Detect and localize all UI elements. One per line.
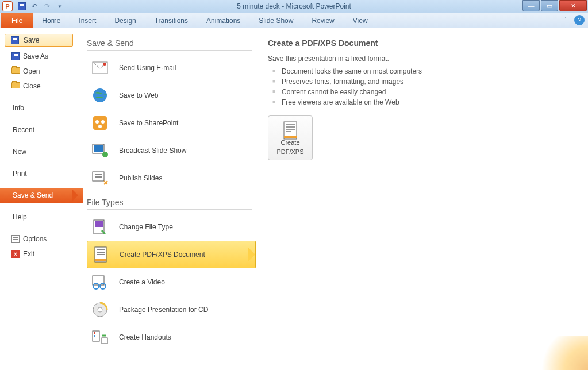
option-change-file-type[interactable]: Change File Type [87, 213, 252, 241]
svg-rect-32 [286, 129, 295, 130]
help-icon[interactable]: ? [574, 15, 585, 25]
tab-insert[interactable]: Insert [70, 13, 105, 28]
option-label: Create a Video [119, 278, 165, 286]
close-button[interactable]: ✕ [559, 0, 587, 11]
exit-icon: × [11, 250, 21, 258]
folder-open-icon [11, 67, 21, 75]
option-label: Save to Web [119, 91, 158, 99]
svg-rect-8 [94, 145, 103, 152]
qat-undo-icon[interactable]: ↶ [30, 2, 39, 11]
svg-point-2 [93, 88, 107, 102]
bullet-item: Document looks the same on most computer… [268, 66, 577, 76]
svg-rect-11 [95, 174, 102, 175]
tab-view[interactable]: View [344, 13, 377, 28]
svg-rect-18 [97, 254, 105, 255]
divider [87, 209, 252, 210]
tab-transitions[interactable]: Transitions [145, 13, 197, 28]
broadcast-icon [91, 142, 109, 159]
globe-icon [91, 87, 109, 104]
detail-subtitle: Save this presentation in a fixed format… [268, 55, 577, 63]
sidebar-save-send[interactable]: Save & Send [0, 188, 83, 203]
svg-rect-16 [97, 249, 105, 250]
svg-rect-26 [94, 332, 95, 334]
option-create-video[interactable]: Create a Video [87, 268, 252, 296]
maximize-button[interactable]: ▭ [541, 0, 558, 11]
sidebar-label: Save As [23, 52, 48, 60]
save-as-icon [11, 52, 21, 60]
option-broadcast[interactable]: Broadcast Slide Show [87, 137, 252, 164]
folder-close-icon [11, 82, 21, 90]
svg-rect-33 [286, 131, 291, 132]
create-pdf-xps-button[interactable]: Create PDF/XPS [268, 115, 313, 160]
option-label: Send Using E-mail [119, 64, 176, 72]
svg-rect-17 [97, 252, 105, 253]
sidebar-label: Save [24, 36, 39, 44]
section-heading: Save & Send [83, 38, 256, 48]
ribbon-tabs: File Home Insert Design Transitions Anim… [0, 13, 588, 28]
svg-point-6 [98, 125, 102, 128]
bullet-item: Preserves fonts, formatting, and images [268, 76, 577, 87]
tab-home[interactable]: Home [33, 13, 70, 28]
option-save-web[interactable]: Save to Web [87, 82, 252, 109]
minimize-button[interactable]: — [522, 0, 540, 11]
svg-rect-31 [286, 126, 295, 128]
sidebar-new[interactable]: New [0, 144, 78, 159]
option-create-handouts[interactable]: Create Handouts [87, 323, 252, 351]
sidebar-label: New [13, 148, 26, 156]
sidebar-info[interactable]: Info [0, 101, 78, 115]
svg-point-9 [102, 152, 108, 157]
sidebar-exit[interactable]: × Exit [0, 246, 78, 261]
divider [87, 50, 252, 51]
svg-point-24 [98, 307, 102, 312]
sidebar-label: Exit [23, 250, 34, 258]
option-label: Broadcast Slide Show [119, 147, 186, 155]
sidebar-label: Help [13, 213, 27, 221]
window-controls: — ▭ ✕ [522, 0, 588, 11]
sidebar-options[interactable]: Options [0, 232, 78, 246]
sidebar-open[interactable]: Open [0, 64, 78, 79]
svg-point-5 [101, 120, 105, 124]
option-create-pdf-xps[interactable]: Create PDF/XPS Document [87, 241, 256, 268]
video-icon [91, 273, 109, 291]
detail-bullets: Document looks the same on most computer… [268, 66, 577, 107]
title-bar: P ↶ ↷ ▼ 5 minute deck - Microsoft PowerP… [0, 0, 588, 13]
pdf-document-icon [92, 246, 109, 263]
sharepoint-icon [91, 114, 109, 132]
save-icon [11, 36, 20, 44]
ribbon-minimize-icon[interactable]: ˆ [560, 15, 571, 25]
sidebar-help[interactable]: Help [0, 210, 78, 225]
tab-animations[interactable]: Animations [197, 13, 249, 28]
tab-slide-show[interactable]: Slide Show [249, 13, 302, 28]
tab-review[interactable]: Review [302, 13, 343, 28]
save-send-options: Save & Send Send Using E-mail Save to We… [78, 28, 256, 370]
sidebar-label: Options [23, 235, 47, 243]
qat-customize-icon[interactable]: ▼ [55, 2, 64, 11]
sidebar-save[interactable]: Save [5, 34, 73, 47]
tab-file[interactable]: File [1, 13, 33, 28]
sidebar-recent[interactable]: Recent [0, 122, 78, 137]
section-heading: File Types [83, 198, 256, 207]
svg-rect-34 [284, 136, 297, 138]
bullet-item: Content cannot be easily changed [268, 87, 577, 97]
option-send-email[interactable]: Send Using E-mail [87, 54, 252, 82]
pdf-document-icon [281, 121, 299, 137]
svg-rect-14 [95, 221, 103, 227]
option-publish-slides[interactable]: Publish Slides [87, 164, 252, 192]
sidebar-label: Recent [13, 126, 34, 134]
sidebar-label: Info [13, 104, 24, 112]
tab-design[interactable]: Design [105, 13, 145, 28]
sidebar-print[interactable]: Print [0, 166, 78, 181]
option-save-sharepoint[interactable]: Save to SharePoint [87, 109, 252, 137]
option-package-cd[interactable]: Package Presentation for CD [87, 296, 252, 323]
option-label: Save to SharePoint [119, 119, 178, 127]
sidebar-close[interactable]: Close [0, 79, 78, 94]
qat-redo-icon[interactable]: ↷ [43, 2, 52, 11]
detail-panel: Create a PDF/XPS Document Save this pres… [256, 28, 588, 370]
detail-heading: Create a PDF/XPS Document [268, 38, 577, 48]
window-title: 5 minute deck - Microsoft PowerPoint [237, 2, 351, 10]
qat-save-icon[interactable] [17, 2, 26, 11]
backstage-sidebar: Save Save As Open Close Info Recent New … [0, 28, 78, 370]
svg-point-4 [95, 120, 99, 124]
sidebar-save-as[interactable]: Save As [0, 49, 78, 64]
option-label: Change File Type [119, 223, 173, 231]
